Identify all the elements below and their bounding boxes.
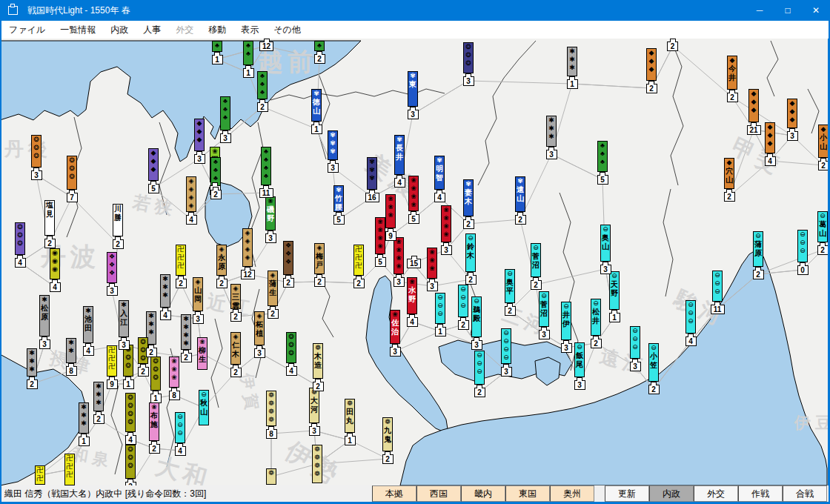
castle-marker[interactable]: 8 xyxy=(169,391,180,400)
clan-banner-三雲[interactable]: ◈三雲 xyxy=(230,284,241,309)
clan-banner[interactable]: ❂❂❂ xyxy=(286,332,296,363)
clan-banner[interactable]: ❂❂❂ xyxy=(67,156,77,190)
castle-marker[interactable]: 3 xyxy=(220,133,231,143)
clan-banner-奥平[interactable]: ⊖奥平 xyxy=(505,269,515,303)
clan-banner-仁木[interactable]: ◈仁木 xyxy=(230,332,241,365)
castle-marker[interactable]: 3 xyxy=(546,150,557,159)
castle-marker[interactable]: 2 xyxy=(458,320,469,330)
castle-marker[interactable]: 7 xyxy=(67,193,78,202)
castle-marker[interactable]: 3 xyxy=(31,170,42,180)
castle-marker[interactable]: 2 xyxy=(268,309,279,319)
clan-banner[interactable]: ♣ xyxy=(212,41,222,52)
castle-marker[interactable]: 2 xyxy=(27,379,38,389)
castle-marker[interactable]: 8 xyxy=(266,429,277,439)
castle-marker[interactable]: 4 xyxy=(125,435,136,445)
castle-marker[interactable]: 2 xyxy=(93,414,104,424)
clan-banner[interactable]: ❂❂❂ xyxy=(125,445,136,479)
castle-marker[interactable]: 4 xyxy=(394,178,405,188)
castle-marker[interactable]: 2 xyxy=(176,279,187,288)
clan-banner[interactable]: 卍卍卍 xyxy=(176,245,186,276)
clan-banner-明智[interactable]: ✾明智 xyxy=(434,156,445,190)
castle-marker[interactable]: 4 xyxy=(175,446,186,456)
castle-marker[interactable]: 15 xyxy=(407,259,421,268)
clan-banner[interactable]: ❁❁❁❁ xyxy=(312,445,322,483)
castle-marker[interactable]: 3 xyxy=(471,340,482,350)
clan-banner-松井[interactable]: ⊖松井 xyxy=(591,299,601,336)
castle-marker[interactable]: 2 xyxy=(753,270,764,279)
castle-marker[interactable]: 3 xyxy=(427,282,438,291)
clan-banner-柳生[interactable]: ❀柳生 xyxy=(197,337,208,370)
castle-marker[interactable]: 4 xyxy=(286,366,297,376)
clan-banner[interactable]: ◆◆◆ xyxy=(646,48,657,81)
castle-marker[interactable]: 2 xyxy=(474,388,485,397)
clan-banner[interactable]: ❀❀❀❀ xyxy=(408,176,419,211)
castle-marker[interactable]: 2 xyxy=(283,278,294,288)
clan-banner[interactable]: ⊖⊖⊖ xyxy=(797,230,808,262)
clan-banner-蒲生[interactable]: ◈蒲生 xyxy=(268,271,278,306)
castle-marker[interactable]: 2 xyxy=(181,353,192,362)
clan-banner-塩見[interactable]: 塩見 xyxy=(44,200,55,236)
clan-banner[interactable]: ◆◆◆ xyxy=(748,89,759,122)
castle-marker[interactable]: 1 xyxy=(609,313,620,322)
castle-marker[interactable]: 2 xyxy=(146,348,157,357)
castle-marker[interactable]: 2 xyxy=(149,444,160,454)
clan-banner-今井[interactable]: ◆今井 xyxy=(727,56,737,90)
action-button-更新[interactable]: 更新 xyxy=(605,485,649,502)
castle-marker[interactable]: 9 xyxy=(107,379,118,389)
action-button-外交[interactable]: 外交 xyxy=(694,485,738,502)
region-button-本拠[interactable]: 本拠 xyxy=(372,485,416,502)
clan-banner-天野[interactable]: ⊖天野 xyxy=(609,271,620,310)
clan-banner[interactable]: ❂❂❂ xyxy=(463,42,474,73)
castle-marker[interactable]: 2 xyxy=(667,42,678,51)
clan-banner[interactable]: 卍卍卍 xyxy=(353,245,364,276)
castle-marker[interactable]: 2 xyxy=(515,215,526,225)
region-button-西国[interactable]: 西国 xyxy=(416,485,461,502)
menu-item-内政[interactable]: 内政 xyxy=(103,21,136,39)
clan-banner-奥山[interactable]: ⊖奥山 xyxy=(600,225,611,262)
clan-banner-磯野[interactable]: ❀磯野 xyxy=(265,196,276,231)
clan-banner-木造[interactable]: ❁木造 xyxy=(313,343,323,379)
castle-marker[interactable]: 3 xyxy=(394,277,405,287)
castle-marker[interactable]: 3 xyxy=(463,76,474,86)
close-button[interactable]: ✕ xyxy=(802,0,830,21)
clan-banner[interactable]: ❖❖❖ xyxy=(283,241,293,275)
clan-banner[interactable]: ⊖⊖⊖ xyxy=(435,293,445,324)
clan-banner-柘植[interactable]: ◈柘植 xyxy=(254,311,265,345)
castle-marker[interactable]: 5 xyxy=(408,214,419,224)
castle-marker[interactable]: 0 xyxy=(797,265,809,275)
clan-banner[interactable]: ❀❀❀❀ xyxy=(394,237,404,274)
clan-banner[interactable]: ❂❂❂ xyxy=(150,357,161,391)
clan-banner[interactable]: ⊖⊖⊖ xyxy=(685,300,696,334)
clan-banner[interactable]: 卍卍卍 xyxy=(107,345,117,377)
clan-banner-菅沼[interactable]: ⊖菅沼 xyxy=(539,291,549,327)
clan-banner[interactable]: ✱✱✱✱ xyxy=(181,314,191,350)
clan-banner[interactable]: ✱✱✱ xyxy=(546,116,557,147)
clan-banner-東[interactable]: ✾東 xyxy=(408,71,418,107)
clan-banner-川勝[interactable]: 川勝 xyxy=(113,204,123,236)
clan-banner-松原[interactable]: ✱松原 xyxy=(39,295,50,336)
clan-banner-入江[interactable]: ✱入江 xyxy=(119,300,129,337)
clan-banner[interactable]: ✱✱✱ xyxy=(93,382,104,411)
castle-marker[interactable]: 2 xyxy=(210,190,222,199)
clan-banner[interactable]: ❁❁❁❁ xyxy=(266,391,276,426)
castle-marker[interactable]: 1 xyxy=(150,394,162,403)
castle-marker[interactable]: 5 xyxy=(375,257,386,267)
castle-marker[interactable]: 2 xyxy=(505,306,516,316)
map-area[interactable]: 越前丹後若狭丹波近江美濃甲斐駿河遠江三河伊勢伊賀大和和泉摂津伊豆 ❂❂❂3❂❂❂… xyxy=(0,39,830,485)
castle-marker[interactable]: 3 xyxy=(787,131,798,141)
menu-item-人事[interactable]: 人事 xyxy=(136,21,168,39)
clan-banner-梅戸[interactable]: ◈梅戸 xyxy=(314,243,325,274)
castle-marker[interactable]: 2 xyxy=(531,280,542,290)
castle-marker[interactable]: 2 xyxy=(230,368,242,377)
clan-banner-布施[interactable]: ❀布施 xyxy=(149,402,159,441)
clan-banner-井伊[interactable]: ⊖井伊 xyxy=(561,302,571,340)
castle-marker[interactable]: 3 xyxy=(408,110,419,119)
clan-banner[interactable]: ⊖⊖⊖ xyxy=(175,412,185,443)
action-button-内政[interactable]: 内政 xyxy=(649,485,694,502)
castle-marker[interactable]: 2 xyxy=(591,339,602,348)
castle-marker[interactable]: 2 xyxy=(230,312,242,322)
clan-banner[interactable]: 卍卍卍 xyxy=(64,454,75,485)
castle-marker[interactable]: 5 xyxy=(148,184,159,193)
clan-banner-飯尾[interactable]: ⊖飯尾 xyxy=(574,342,585,377)
castle-marker[interactable]: 3 xyxy=(501,367,512,377)
